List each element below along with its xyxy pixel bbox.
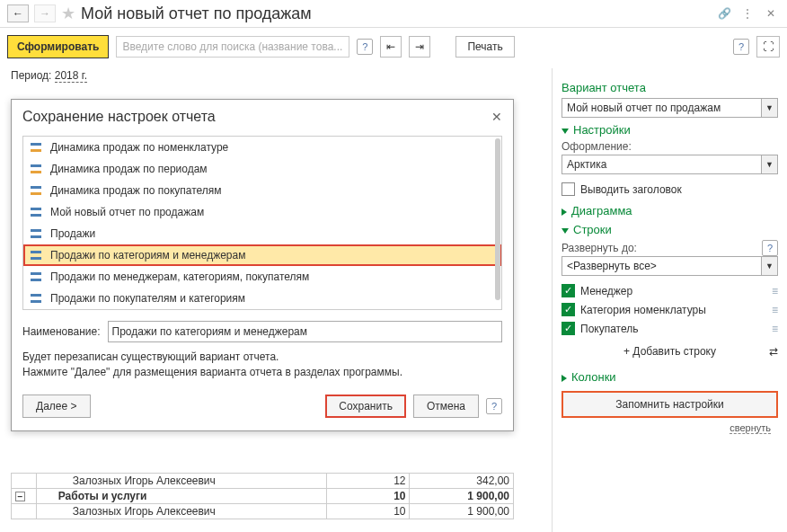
table-row[interactable]: Залозных Игорь Алексеевич101 900,00: [12, 504, 514, 519]
variant-select[interactable]: [562, 98, 762, 118]
dialog-help-icon[interactable]: ?: [486, 398, 502, 414]
drag-handle-icon[interactable]: ≡: [772, 285, 778, 297]
help-button[interactable]: ?: [733, 39, 749, 55]
cancel-button[interactable]: Отмена: [413, 395, 479, 418]
print-button[interactable]: Печать: [455, 36, 514, 58]
drag-handle-icon[interactable]: ≡: [772, 304, 778, 316]
dropdown-icon[interactable]: ▼: [762, 256, 778, 276]
nav-back-button[interactable]: ←: [7, 4, 29, 22]
table-row[interactable]: Залозных Игорь Алексеевич12342,00: [12, 474, 514, 489]
expand-label: Развернуть до:: [562, 242, 637, 254]
list-item[interactable]: Продажи: [23, 223, 501, 244]
variant-icon: [31, 164, 43, 173]
drag-handle-icon[interactable]: ≡: [772, 323, 778, 335]
list-item[interactable]: Динамика продаж по периодам: [23, 158, 501, 180]
category-checkbox[interactable]: ✓: [562, 303, 575, 316]
remember-settings-button[interactable]: Запомнить настройки: [562, 391, 778, 418]
name-input[interactable]: [108, 321, 502, 342]
design-label: Оформление:: [562, 140, 778, 153]
settings-panel: Вариант отчета ▼ Настройки Оформление: ▼…: [552, 68, 787, 532]
diagram-heading[interactable]: Диаграмма: [562, 204, 778, 217]
name-label: Наименование:: [22, 325, 101, 338]
variants-list[interactable]: Динамика продаж по номенклатуре Динамика…: [22, 136, 502, 310]
fullscreen-button[interactable]: ⛶: [756, 36, 780, 58]
kebab-menu-icon[interactable]: ⋮: [738, 5, 756, 22]
search-input[interactable]: Введите слово для поиска (название това.…: [116, 36, 349, 58]
rows-heading[interactable]: Строки: [562, 223, 778, 236]
generate-button[interactable]: Сформировать: [7, 35, 109, 58]
dropdown-icon[interactable]: ▼: [762, 98, 778, 118]
list-item[interactable]: Продажи по менеджерам, категориям, покуп…: [23, 266, 501, 288]
expand-help-icon[interactable]: ?: [762, 240, 778, 256]
save-settings-dialog: Сохранение настроек отчета ✕ Динамика пр…: [11, 99, 514, 431]
page-title: Мой новый отчет по продажам: [81, 4, 710, 23]
list-item[interactable]: Мой новый отчет по продажам: [23, 201, 501, 223]
expand-select[interactable]: [562, 256, 762, 276]
variant-icon: [31, 251, 43, 260]
tree-collapse-icon[interactable]: −: [15, 492, 25, 501]
close-window-icon[interactable]: ✕: [762, 5, 780, 22]
search-help-icon[interactable]: ?: [357, 39, 373, 55]
indent-left-button[interactable]: ⇤: [380, 36, 402, 58]
shuffle-icon[interactable]: ⇄: [769, 345, 778, 358]
show-header-checkbox[interactable]: [562, 182, 575, 196]
add-row-button[interactable]: + Добавить строку: [623, 345, 716, 358]
link-icon[interactable]: 🔗: [715, 5, 733, 22]
show-header-label: Выводить заголовок: [580, 183, 682, 196]
variant-icon: [31, 143, 43, 152]
table-row[interactable]: −Работы и услуги101 900,00: [12, 489, 514, 504]
variant-icon: [31, 272, 43, 281]
save-button[interactable]: Сохранить: [325, 395, 406, 418]
favorite-star-icon[interactable]: ★: [61, 4, 75, 23]
manager-checkbox[interactable]: ✓: [562, 284, 575, 297]
variant-icon: [31, 229, 43, 238]
list-item-selected[interactable]: Продажи по категориям и менеджерам: [23, 244, 501, 266]
dropdown-icon[interactable]: ▼: [762, 155, 778, 174]
variant-icon: [31, 208, 43, 217]
dialog-close-icon[interactable]: ✕: [491, 110, 502, 124]
columns-heading[interactable]: Колонки: [562, 370, 778, 384]
dialog-hint: Будет перезаписан существующий вариант о…: [12, 348, 513, 387]
variant-heading: Вариант отчета: [562, 81, 778, 94]
report-table: Залозных Игорь Алексеевич12342,00 −Работ…: [11, 473, 552, 519]
list-item[interactable]: Динамика продаж по покупателям: [23, 180, 501, 201]
next-button[interactable]: Далее >: [22, 395, 91, 418]
dialog-title: Сохранение настроек отчета: [22, 109, 491, 125]
scrollbar-thumb[interactable]: [495, 138, 500, 300]
variant-icon: [31, 186, 43, 195]
list-item[interactable]: Динамика продаж по номенклатуре: [23, 137, 501, 158]
buyer-checkbox[interactable]: ✓: [562, 322, 575, 335]
settings-heading[interactable]: Настройки: [562, 123, 778, 137]
indent-right-button[interactable]: ⇥: [409, 36, 430, 58]
collapse-panel-link[interactable]: свернуть: [730, 422, 771, 434]
list-item[interactable]: Продажи по покупателям и категориям: [23, 288, 501, 309]
design-select[interactable]: [562, 155, 762, 174]
variant-icon: [31, 294, 43, 303]
nav-forward-button[interactable]: →: [34, 4, 56, 22]
